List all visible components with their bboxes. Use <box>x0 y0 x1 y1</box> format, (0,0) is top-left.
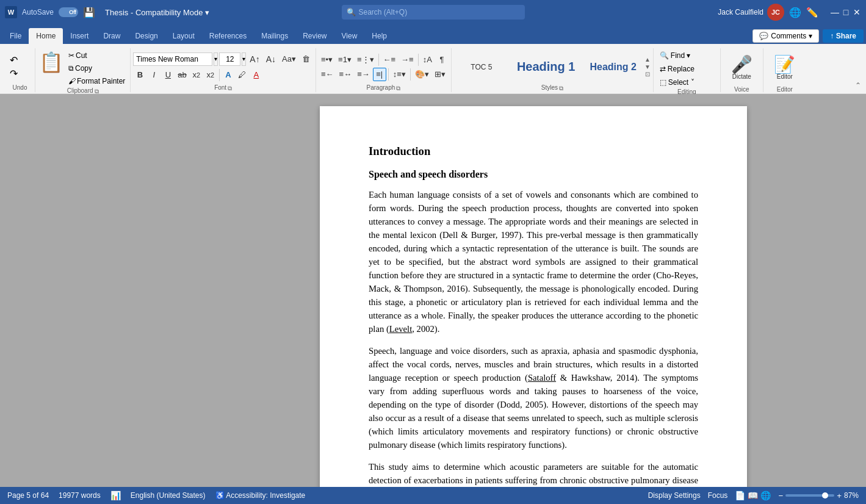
numbering-button[interactable]: ≡1▾ <box>336 53 354 67</box>
sort-button[interactable]: ↕A <box>420 53 435 67</box>
text-effects-button[interactable]: A <box>222 68 235 82</box>
ribbon-expand-button[interactable]: ⌃ <box>855 81 861 90</box>
bullets-button[interactable]: ≡•▾ <box>319 53 335 67</box>
italic-button[interactable]: I <box>147 68 161 82</box>
reading-view-button[interactable]: 📖 <box>748 491 758 500</box>
tab-help[interactable]: Help <box>364 28 394 44</box>
styles-up-button[interactable]: ▲ <box>644 56 651 63</box>
editor-button[interactable]: 📝 Editor <box>770 49 799 86</box>
font-name-input[interactable] <box>133 52 212 66</box>
font-color-button[interactable]: A <box>250 68 263 82</box>
comments-button[interactable]: 💬 Comments ▾ <box>752 29 819 43</box>
paragraph-group-top: ≡•▾ ≡1▾ ≡⋮▾ ←≡ →≡ ↕A ¶ ≡← ≡↔ ≡→ ≡| ↕≡▾ <box>319 49 449 84</box>
globe-btn[interactable]: 🌐 <box>789 7 801 18</box>
tab-review[interactable]: Review <box>295 28 334 44</box>
show-paragraph-button[interactable]: ¶ <box>435 53 449 67</box>
underline-button[interactable]: U <box>161 68 175 82</box>
tab-file[interactable]: File <box>2 28 29 44</box>
font-expand-icon[interactable]: ⧉ <box>228 85 232 92</box>
format-painter-button[interactable]: 🖌 Format Painter <box>66 75 128 87</box>
tab-references[interactable]: References <box>202 28 254 44</box>
zoom-out-button[interactable]: − <box>778 491 783 500</box>
copy-button[interactable]: ⧉ Copy <box>66 62 128 74</box>
paragraph-3: This study aims to determine which acous… <box>369 460 698 487</box>
bold-button[interactable]: B <box>133 68 146 82</box>
zoom-controls: − + 87% <box>778 491 859 500</box>
zoom-in-button[interactable]: + <box>837 491 842 500</box>
share-button[interactable]: ↑ Share <box>823 29 864 43</box>
focus-button[interactable]: Focus <box>708 491 728 500</box>
undo-group-label-row: Undo <box>7 84 32 92</box>
tab-design[interactable]: Design <box>128 28 165 44</box>
multilevel-button[interactable]: ≡⋮▾ <box>355 53 377 67</box>
select-icon: ⬚ <box>660 78 666 87</box>
styles-controls: TOC 5 Heading 1 Heading 2 ▲ ▼ ⊡ <box>454 52 651 82</box>
find-icon: 🔍 <box>660 51 669 60</box>
line-spacing-button[interactable]: ↕≡▾ <box>391 68 408 81</box>
paragraph-expand-icon[interactable]: ⧉ <box>396 85 400 92</box>
tab-insert[interactable]: Insert <box>63 28 96 44</box>
highlight-button[interactable]: 🖊 <box>236 68 249 82</box>
toggle-switch[interactable]: Off <box>59 7 78 17</box>
zoom-level[interactable]: 87% <box>844 491 859 500</box>
styles-expand-button[interactable]: ⊡ <box>644 71 651 77</box>
style-toc5[interactable]: TOC 5 <box>454 52 509 82</box>
change-case-button[interactable]: Aa▾ <box>280 52 298 66</box>
styles-expand-icon[interactable]: ⧉ <box>559 85 563 92</box>
pen-btn[interactable]: ✏️ <box>806 7 818 18</box>
microphone-icon: 🎤 <box>731 56 752 73</box>
paste-button[interactable]: 📋 <box>38 49 65 75</box>
find-button[interactable]: 🔍 Find ▾ <box>656 49 698 62</box>
print-layout-view-button[interactable]: 📄 <box>735 491 745 500</box>
select-button[interactable]: ⬚ Select ˅ <box>656 76 698 88</box>
increase-font-button[interactable]: A↑ <box>247 52 262 66</box>
borders-button[interactable]: ⊞▾ <box>432 68 448 81</box>
editor-icon: 📝 <box>774 56 795 73</box>
autosave-toggle[interactable]: Off <box>59 7 78 17</box>
font-size-input[interactable] <box>219 52 240 66</box>
decrease-font-button[interactable]: A↓ <box>264 52 278 66</box>
tab-draw[interactable]: Draw <box>96 28 128 44</box>
tab-layout[interactable]: Layout <box>165 28 202 44</box>
clear-format-button[interactable]: 🗑 <box>300 52 313 66</box>
align-center-button[interactable]: ≡↔ <box>337 68 355 81</box>
font-name-dropdown[interactable]: ▾ <box>214 52 218 66</box>
user-name: Jack Caulfield <box>718 8 763 16</box>
tab-view[interactable]: View <box>334 28 365 44</box>
styles-down-button[interactable]: ▼ <box>644 63 651 70</box>
style-heading2[interactable]: Heading 2 <box>583 52 643 82</box>
redo-button[interactable]: ↷ <box>7 68 20 80</box>
justify-button[interactable]: ≡| <box>373 68 386 81</box>
minimize-button[interactable]: — <box>831 8 839 16</box>
zoom-slider[interactable] <box>785 494 834 497</box>
cut-button[interactable]: ✂ Cut <box>66 49 128 62</box>
tab-home[interactable]: Home <box>29 28 63 44</box>
align-left-button[interactable]: ≡← <box>319 68 336 81</box>
language-info: English (United States) <box>131 491 206 500</box>
superscript-button[interactable]: x2 <box>204 68 217 82</box>
shading-button[interactable]: 🎨▾ <box>413 68 431 81</box>
search-input[interactable] <box>342 5 525 20</box>
maximize-button[interactable]: □ <box>842 8 850 16</box>
save-button[interactable]: 💾 <box>83 7 95 18</box>
increase-indent-button[interactable]: →≡ <box>399 53 416 67</box>
clipboard-small-btns: ✂ Cut ⧉ Copy 🖌 Format Painter <box>66 49 128 87</box>
undo-button[interactable]: ↶ <box>7 54 20 67</box>
align-right-button[interactable]: ≡→ <box>355 68 372 81</box>
font-size-dropdown[interactable]: ▾ <box>242 52 246 66</box>
status-bar-right: Display Settings Focus 📄 📖 🌐 − + 87% <box>648 491 859 500</box>
decrease-indent-button[interactable]: ←≡ <box>381 53 399 67</box>
replace-button[interactable]: ⇄ Replace <box>656 63 698 75</box>
close-button[interactable]: ✕ <box>853 8 861 16</box>
paragraph-2: Speech, language and voice disorders, su… <box>369 344 698 452</box>
subscript-button[interactable]: x2 <box>190 68 203 82</box>
section-heading: Speech and speech disorders <box>369 167 698 182</box>
clipboard-controls: 📋 ✂ Cut ⧉ Copy 🖌 Format Painter <box>38 49 128 87</box>
dictate-button[interactable]: 🎤 Dictate <box>727 49 756 86</box>
display-settings-button[interactable]: Display Settings <box>648 491 701 500</box>
strikethrough-button[interactable]: ab <box>175 68 189 82</box>
web-view-button[interactable]: 🌐 <box>760 491 771 500</box>
tab-mailings[interactable]: Mailings <box>254 28 295 44</box>
style-heading1[interactable]: Heading 1 <box>510 52 582 82</box>
separator4 <box>388 68 389 81</box>
